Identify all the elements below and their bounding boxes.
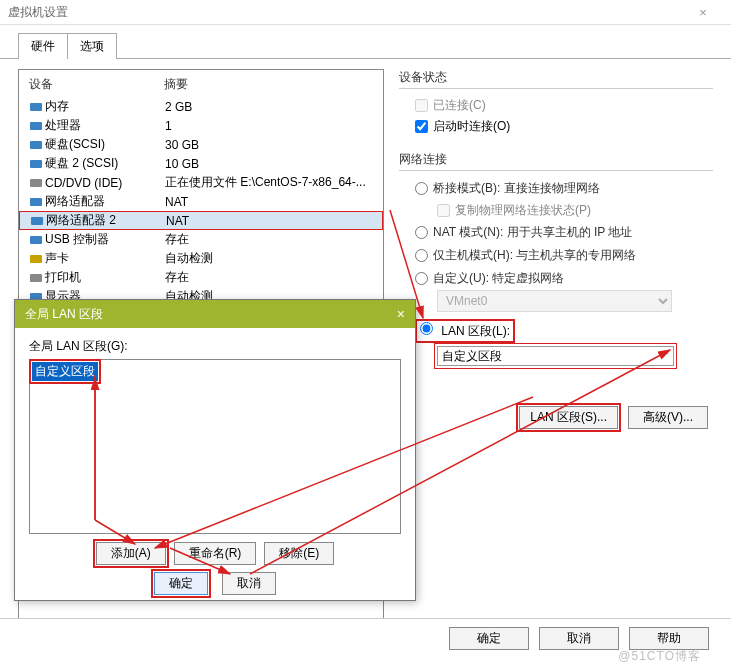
hw-row-net[interactable]: 网络适配器 2NAT (19, 211, 383, 230)
tab-options[interactable]: 选项 (67, 33, 117, 59)
disk-icon (27, 138, 45, 152)
lan-select[interactable]: 自定义区段 (437, 346, 674, 366)
network-connection-group: 网络连接 桥接模式(B): 直接连接物理网络 复制物理网络连接状态(P) NAT… (399, 151, 713, 429)
net-icon (27, 195, 45, 209)
lan-list[interactable]: 自定义区段 (29, 359, 401, 534)
hw-name: 硬盘 2 (SCSI) (45, 155, 165, 172)
radio-hostonly[interactable]: 仅主机模式(H): 与主机共享的专用网络 (399, 244, 713, 267)
hw-summary: NAT (165, 195, 378, 209)
ok-button[interactable]: 确定 (449, 627, 529, 650)
hw-summary: 存在 (165, 231, 378, 248)
hw-summary: 正在使用文件 E:\CentOS-7-x86_64-... (165, 174, 378, 191)
close-icon[interactable]: × (397, 306, 405, 322)
lan-list-label: 全局 LAN 区段(G): (29, 338, 401, 355)
svg-rect-8 (30, 255, 42, 263)
hw-summary: 1 (165, 119, 378, 133)
cd-icon (27, 176, 45, 190)
vmnet-select: VMnet0 (437, 290, 672, 312)
hw-row-memory[interactable]: 内存2 GB (19, 97, 383, 116)
radio-nat[interactable]: NAT 模式(N): 用于共享主机的 IP 地址 (399, 221, 713, 244)
hw-name: 内存 (45, 98, 165, 115)
tab-hardware[interactable]: 硬件 (18, 33, 68, 59)
group-title: 网络连接 (399, 151, 713, 171)
hw-row-sound[interactable]: 声卡自动检测 (19, 249, 383, 268)
usb-icon (27, 233, 45, 247)
help-button[interactable]: 帮助 (629, 627, 709, 650)
hw-row-printer[interactable]: 打印机存在 (19, 268, 383, 287)
hw-summary: NAT (166, 214, 377, 228)
chk-replicate: 复制物理网络连接状态(P) (399, 200, 713, 221)
add-button[interactable]: 添加(A) (96, 542, 166, 565)
hw-summary: 10 GB (165, 157, 378, 171)
radio-custom[interactable]: 自定义(U): 特定虚拟网络 (399, 267, 713, 290)
chk-connect-at-power-box[interactable] (415, 120, 428, 133)
hw-row-net[interactable]: 网络适配器NAT (19, 192, 383, 211)
hw-summary: 30 GB (165, 138, 378, 152)
radio-bridged[interactable]: 桥接模式(B): 直接连接物理网络 (399, 177, 713, 200)
svg-rect-5 (30, 198, 42, 206)
cancel-button[interactable]: 取消 (539, 627, 619, 650)
svg-rect-3 (30, 160, 42, 168)
tab-strip: 硬件 选项 (0, 25, 731, 59)
chk-connected-box (415, 99, 428, 112)
cancel-button[interactable]: 取消 (222, 572, 276, 595)
sound-icon (27, 252, 45, 266)
col-summary: 摘要 (164, 76, 188, 93)
hw-row-cpu[interactable]: 处理器1 (19, 116, 383, 135)
col-device: 设备 (29, 76, 164, 93)
chk-connect-at-power[interactable]: 启动时连接(O) (399, 116, 713, 137)
memory-icon (27, 100, 45, 114)
lan-dialog: 全局 LAN 区段 × 全局 LAN 区段(G): 自定义区段 添加(A) 重命… (14, 299, 416, 601)
svg-rect-7 (30, 236, 42, 244)
device-status-group: 设备状态 已连接(C) 启动时连接(O) (399, 69, 713, 137)
hw-row-cd[interactable]: CD/DVD (IDE)正在使用文件 E:\CentOS-7-x86_64-..… (19, 173, 383, 192)
lan-list-item[interactable]: 自定义区段 (32, 362, 98, 381)
hw-name: CD/DVD (IDE) (45, 176, 165, 190)
hw-header: 设备 摘要 (19, 70, 383, 97)
svg-rect-9 (30, 274, 42, 282)
radio-lan[interactable]: LAN 区段(L): (399, 316, 713, 346)
titlebar: 虚拟机设置 × (0, 0, 731, 25)
hw-row-disk[interactable]: 硬盘 2 (SCSI)10 GB (19, 154, 383, 173)
hw-name: 打印机 (45, 269, 165, 286)
svg-rect-2 (30, 141, 42, 149)
hw-name: 硬盘(SCSI) (45, 136, 165, 153)
svg-rect-4 (30, 179, 42, 187)
chk-connected: 已连接(C) (399, 95, 713, 116)
disk-icon (27, 157, 45, 171)
lan-segments-button[interactable]: LAN 区段(S)... (519, 406, 618, 429)
svg-rect-1 (30, 122, 42, 130)
svg-rect-6 (31, 217, 43, 225)
lan-dialog-title: 全局 LAN 区段 × (15, 300, 415, 328)
hw-summary: 存在 (165, 269, 378, 286)
hw-summary: 自动检测 (165, 250, 378, 267)
net-icon (28, 214, 46, 228)
advanced-button[interactable]: 高级(V)... (628, 406, 708, 429)
hw-summary: 2 GB (165, 100, 378, 114)
hw-name: USB 控制器 (45, 231, 165, 248)
cpu-icon (27, 119, 45, 133)
hw-name: 声卡 (45, 250, 165, 267)
watermark: @51CTO博客 (618, 648, 701, 665)
close-icon[interactable]: × (683, 5, 723, 20)
remove-button[interactable]: 移除(E) (264, 542, 334, 565)
group-title: 设备状态 (399, 69, 713, 89)
lan-select-wrap[interactable]: 自定义区段 ˅ (437, 346, 674, 366)
printer-icon (27, 271, 45, 285)
ok-button[interactable]: 确定 (154, 572, 208, 595)
svg-rect-0 (30, 103, 42, 111)
hw-row-disk[interactable]: 硬盘(SCSI)30 GB (19, 135, 383, 154)
window-title: 虚拟机设置 (8, 4, 683, 21)
hw-name: 处理器 (45, 117, 165, 134)
hw-row-usb[interactable]: USB 控制器存在 (19, 230, 383, 249)
hw-name: 网络适配器 (45, 193, 165, 210)
footer: 确定 取消 帮助 (0, 618, 731, 650)
hw-name: 网络适配器 2 (46, 212, 166, 229)
rename-button[interactable]: 重命名(R) (174, 542, 257, 565)
